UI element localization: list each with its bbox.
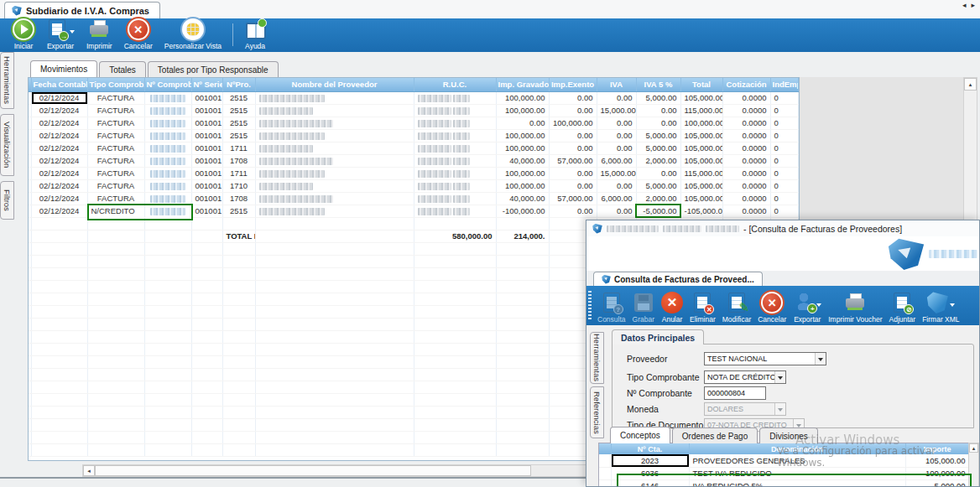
tab-conceptos[interactable]: Conceptos <box>610 427 670 443</box>
view-tab-totales-por-tipo-responsable[interactable]: Totales por Tipo Responsable <box>148 61 279 77</box>
view-tab-totales[interactable]: Totales <box>99 61 146 77</box>
cell-iva[interactable]: 0.00 <box>597 129 636 142</box>
cell-imp-exento[interactable]: 0.00 <box>549 104 597 117</box>
cell-indemp[interactable]: 0 <box>770 129 798 142</box>
cell-nombre-proveedor[interactable] <box>255 179 414 192</box>
cell-indemp[interactable]: 0 <box>770 205 798 217</box>
dropdown-caret-icon[interactable] <box>950 303 955 309</box>
cell-imp-exento[interactable]: 100,000.00 <box>549 117 597 129</box>
column-header[interactable]: IVA <box>597 78 636 91</box>
cell-imp-exento[interactable]: 57,000.00 <box>549 192 597 205</box>
column-header[interactable]: IndEmp <box>770 78 798 91</box>
cell-imp-gravado[interactable]: 0.00 <box>496 117 549 129</box>
cell-cotizacion[interactable]: 0.0000 <box>722 117 770 129</box>
cell-numero-comprobante[interactable] <box>144 154 191 167</box>
combo-tipo-comprobante[interactable]: NOTA DE CRÉDITO <box>704 370 786 384</box>
anular-button[interactable]: Anular <box>658 288 686 324</box>
cell-indemp[interactable]: 0 <box>770 104 798 117</box>
cell-ruc[interactable] <box>414 129 496 142</box>
view-tab-movimientos[interactable]: Movimientos <box>30 60 97 77</box>
iniciar-button[interactable]: Iniciar <box>7 20 40 51</box>
table-row[interactable]: 02/12/2024FACTURA0010011711 100,000.000.… <box>29 142 798 154</box>
dropdown-caret-icon[interactable] <box>70 30 75 36</box>
cell-numero-proveedor[interactable]: 2515 <box>222 205 255 217</box>
modificar-button[interactable]: Modificar <box>719 288 754 324</box>
cell-tipo-comprobante[interactable]: FACTURA <box>87 154 144 167</box>
cell-importe[interactable]: -5,000.00 <box>905 479 969 487</box>
table-row[interactable]: 02/12/2024FACTURA0010012515 100,000.000.… <box>29 129 798 142</box>
cell-nombre-proveedor[interactable] <box>255 192 414 205</box>
cell-numero-cuenta[interactable]: 2023 <box>611 454 689 467</box>
cell-numero-proveedor[interactable]: 1711 <box>222 167 255 179</box>
cell-iva[interactable]: 15,000.00 <box>597 167 636 179</box>
column-header[interactable]: Nº Serie <box>191 78 222 91</box>
cell-indemp[interactable]: 0 <box>770 91 798 104</box>
cell-imp-gravado[interactable]: 100,000.00 <box>496 142 549 154</box>
cell-numero-comprobante[interactable] <box>144 167 191 179</box>
cell-cotizacion[interactable]: 0.0000 <box>722 167 770 179</box>
column-header[interactable]: IVA 5 % <box>636 78 680 91</box>
cell-fecha-contable[interactable]: 02/12/2024 <box>31 205 87 217</box>
scroll-left-icon[interactable] <box>83 465 95 476</box>
tab-divisiones[interactable]: Divisiones <box>759 427 818 443</box>
cell-imp-gravado[interactable]: 100,000.00 <box>496 91 549 104</box>
cell-ruc[interactable] <box>414 117 496 129</box>
cell-nombre-proveedor[interactable] <box>255 91 414 104</box>
cell-total[interactable]: 105,000.00 <box>680 91 722 104</box>
toolbar-drag-handle-icon[interactable] <box>588 291 592 319</box>
tab-datos-principales[interactable]: Datos Principales <box>612 329 704 345</box>
cell-imp-gravado[interactable]: 40,000.00 <box>496 192 549 205</box>
column-header[interactable]: Nº Cta. <box>611 443 689 454</box>
cell-nombre-proveedor[interactable] <box>255 117 414 129</box>
cell-numero-serie[interactable]: 001001 <box>191 117 222 129</box>
cell-cotizacion[interactable]: 0.0000 <box>722 104 770 117</box>
column-header[interactable]: R.U.C. <box>414 78 496 91</box>
table-row[interactable]: 02/12/2024FACTURA0010011710 100,000.000.… <box>29 179 798 192</box>
side-tab-herramientas[interactable]: Herramientas <box>590 332 604 384</box>
cell-imp-exento[interactable]: 57,000.00 <box>549 154 597 167</box>
tab-scroll-right-icon[interactable] <box>971 1 975 9</box>
cell-numero-serie[interactable]: 001001 <box>191 104 222 117</box>
cell-numero-comprobante[interactable] <box>144 129 191 142</box>
cell-numero-serie[interactable]: 001001 <box>191 142 222 154</box>
cell-fecha-contable[interactable]: 02/12/2024 <box>31 179 87 192</box>
cell-total[interactable]: 105,000.00 <box>680 179 722 192</box>
table-row[interactable]: 02/12/2024FACTURA0010011711 100,000.000.… <box>29 167 798 179</box>
table-row[interactable]: 02/12/2024FACTURA0010012515 100,000.000.… <box>29 91 798 104</box>
cell-ruc[interactable] <box>414 154 496 167</box>
ayuda-button[interactable]: Ayuda <box>238 20 272 51</box>
cell-iva[interactable]: 0.00 <box>597 117 636 129</box>
table-row[interactable]: 02/12/2024FACTURA0010012515 100,000.000.… <box>29 104 798 117</box>
cell-tipo-comprobante[interactable]: FACTURA <box>87 142 144 154</box>
cell-nombre-proveedor[interactable] <box>255 104 414 117</box>
cell-numero-comprobante[interactable] <box>144 205 191 217</box>
cell-ruc[interactable] <box>414 167 496 179</box>
cell-numero-proveedor[interactable]: 1711 <box>222 142 255 154</box>
cell-numero-comprobante[interactable] <box>144 117 191 129</box>
cell-nombre-proveedor[interactable] <box>255 129 414 142</box>
cell-imp-gravado[interactable]: 100,000.00 <box>496 179 549 192</box>
column-header[interactable]: Importe <box>905 443 969 454</box>
cell-ruc[interactable] <box>414 142 496 154</box>
consulta-window-titlebar[interactable]: - [Consulta de Facturas de Proveedores] <box>586 220 979 236</box>
column-header[interactable]: Fecha Contable <box>31 78 87 91</box>
cell-cotizacion[interactable]: 0.0000 <box>722 205 770 217</box>
cell-iva5[interactable]: -5,000.00 <box>636 205 680 217</box>
cell-numero-comprobante[interactable] <box>144 192 191 205</box>
cell-ruc[interactable] <box>414 205 496 217</box>
cell-numero-proveedor[interactable]: 2515 <box>222 91 255 104</box>
cell-tipo-comprobante[interactable]: FACTURA <box>87 167 144 179</box>
cell-iva5[interactable]: 5,000.00 <box>636 142 680 154</box>
cell-cotizacion[interactable]: 0.0000 <box>722 91 770 104</box>
cell-cotizacion[interactable]: 0.0000 <box>722 154 770 167</box>
table-row[interactable]: 6146IVA REDUCIDO 5%-5,000.00 <box>599 479 969 487</box>
cell-ruc[interactable] <box>414 91 496 104</box>
cell-indemp[interactable]: 0 <box>770 142 798 154</box>
cell-tipo-comprobante[interactable]: FACTURA <box>87 192 144 205</box>
cell-total[interactable]: 115,000.00 <box>680 167 722 179</box>
cell-importe[interactable]: -100,000.00 <box>905 467 969 479</box>
cell-total[interactable]: 105,000.00 <box>680 154 722 167</box>
cell-fecha-contable[interactable]: 02/12/2024 <box>31 142 87 154</box>
cell-fecha-contable[interactable]: 02/12/2024 <box>31 167 87 179</box>
scrollbar-thumb[interactable] <box>95 465 531 476</box>
